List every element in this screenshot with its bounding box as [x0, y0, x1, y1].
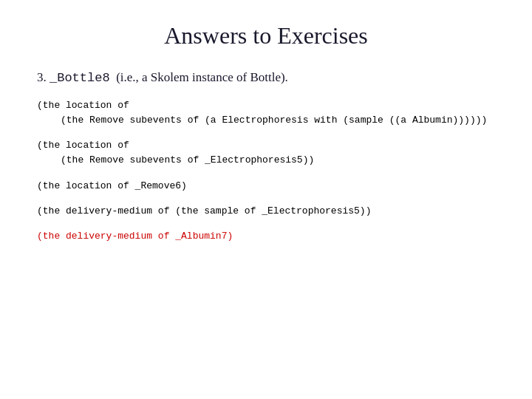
code-block-1: (the location of (the Remove subevents o… [37, 98, 495, 128]
exercise-label: _Bottle8 [50, 71, 110, 85]
code-line: (the Remove subevents of (a Electrophore… [61, 113, 495, 128]
code-block-5: (the delivery-medium of _Albumin7) [37, 229, 495, 244]
code-line: (the Remove subevents of _Electrophoresi… [61, 153, 495, 168]
code-line: (the location of _Remove6) [37, 179, 495, 194]
code-block-2: (the location of (the Remove subevents o… [37, 138, 495, 168]
exercise-number: 3. [37, 70, 47, 84]
code-line: (the location of [37, 98, 495, 113]
code-line: (the location of [37, 138, 495, 153]
page-title: Answers to Exercises [37, 22, 495, 50]
exercise-description: (i.e., a Skolem instance of Bottle). [116, 70, 288, 84]
page: Answers to Exercises 3. _Bottle8 (i.e., … [0, 0, 532, 399]
code-line: (the delivery-medium of _Albumin7) [37, 229, 495, 244]
code-line: (the delivery-medium of (the sample of _… [37, 204, 495, 219]
code-block-4: (the delivery-medium of (the sample of _… [37, 204, 495, 219]
exercise-header: 3. _Bottle8 (i.e., a Skolem instance of … [37, 70, 495, 85]
code-block-3: (the location of _Remove6) [37, 179, 495, 194]
